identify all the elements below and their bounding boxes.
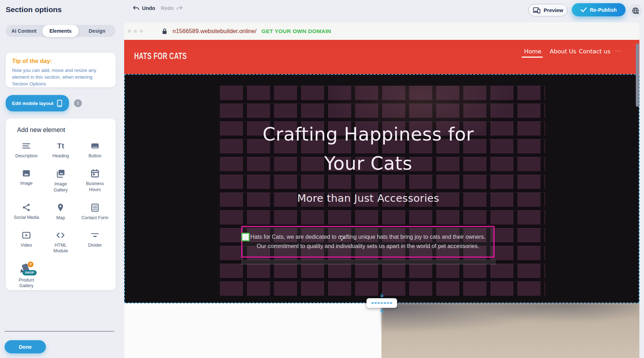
image-icon <box>21 169 31 178</box>
site-preview-canvas: HATS FOR CATS Home About Us Contact us ·… <box>124 40 639 358</box>
hero-section-selected[interactable]: Crafting Happiness for Your Cats More th… <box>124 74 639 303</box>
shop-badge: SHOP <box>22 270 37 275</box>
element-item-heading[interactable]: Tt Heading <box>43 140 78 159</box>
image-gallery-icon <box>55 169 66 179</box>
tip-body: Now you can add, move and resize any ele… <box>12 67 109 88</box>
undo-icon <box>132 5 139 11</box>
sidebar-tab-bar: AI Content Elements Design <box>6 25 115 37</box>
resize-dash-line <box>371 302 392 304</box>
element-item-description[interactable]: Description <box>9 140 43 159</box>
site-url: n1566589.websitebuilder.online/ <box>173 28 257 35</box>
preview-button[interactable]: Preview <box>528 4 568 16</box>
window-dots <box>128 30 143 33</box>
sidebar-divider <box>5 331 114 332</box>
arrow-up-icon <box>380 309 384 314</box>
html-module-icon <box>55 231 66 240</box>
lock-icon <box>162 28 168 35</box>
tip-of-the-day-card: Tip of the day: Now you can add, move an… <box>6 53 116 87</box>
element-ghost-band <box>241 259 496 265</box>
divider-icon <box>90 231 100 240</box>
element-grid: Description Tt Heading Button Image Imag… <box>9 140 112 289</box>
element-item-image[interactable]: Image <box>9 167 43 193</box>
preview-label: Preview <box>544 7 563 13</box>
element-item-map[interactable]: Map <box>43 201 78 221</box>
check-icon <box>581 7 587 12</box>
done-button[interactable]: Done <box>5 340 46 353</box>
browser-chrome-bar: n1566589.websitebuilder.online/ GET YOUR… <box>124 22 639 40</box>
element-item-contact-form[interactable]: Contact Form <box>78 201 112 221</box>
heading-icon: Tt <box>57 141 64 151</box>
edit-mobile-layout-button[interactable]: Edit mobile layout <box>6 95 69 111</box>
element-drag-handle[interactable] <box>241 233 250 241</box>
button-icon <box>90 141 100 151</box>
page-title: Section options <box>6 5 62 14</box>
element-item-product-gallery[interactable]: SHOP Product Gallery <box>9 263 43 289</box>
next-section-blank[interactable] <box>124 303 381 358</box>
mouse-cursor <box>340 236 345 242</box>
site-logo[interactable]: HATS FOR CATS <box>134 51 187 61</box>
element-item-html-module[interactable]: HTML Module <box>43 229 78 254</box>
element-item-social-media[interactable]: Social Media <box>9 201 43 221</box>
get-own-domain-link[interactable]: GET YOUR OWN DOMAIN <box>262 28 331 35</box>
nav-more-button[interactable]: ··· <box>615 47 622 53</box>
selected-paragraph-element[interactable]: Hats for Cats, we are dedicated to craft… <box>241 226 495 258</box>
done-label: Done <box>19 344 32 350</box>
devices-icon <box>533 7 540 14</box>
redo-icon <box>176 5 183 11</box>
globe-icon <box>632 7 640 15</box>
hero-heading[interactable]: Crafting Happiness for Your Cats <box>125 120 612 178</box>
social-media-icon <box>21 203 31 212</box>
nav-item-home[interactable]: Home <box>524 48 542 55</box>
hero-paragraph: Hats for Cats, we are dedicated to craft… <box>242 227 493 251</box>
undo-button[interactable]: Undo <box>132 5 155 11</box>
undo-label: Undo <box>142 5 155 11</box>
contact-form-icon <box>90 203 100 212</box>
video-icon <box>21 231 32 240</box>
description-icon <box>21 141 31 151</box>
nav-active-underline <box>522 57 543 58</box>
canvas-scrollbar-thumb[interactable] <box>636 43 639 107</box>
next-section-floor-image[interactable] <box>381 303 639 358</box>
business-hours-icon <box>90 169 100 178</box>
add-element-panel: Add new element Description Tt Heading B… <box>6 119 116 290</box>
tab-ai-content[interactable]: AI Content <box>6 25 42 37</box>
element-item-button[interactable]: Button <box>78 140 112 159</box>
language-button[interactable] <box>629 4 642 17</box>
element-item-divider[interactable]: Divider <box>78 229 112 254</box>
site-header: HATS FOR CATS Home About Us Contact us ·… <box>124 40 639 74</box>
tab-elements[interactable]: Elements <box>42 25 79 37</box>
map-pin-icon <box>56 203 65 212</box>
add-element-heading: Add new element <box>17 126 65 134</box>
element-item-image-gallery[interactable]: Image Gallery <box>43 167 78 193</box>
tip-title: Tip of the day: <box>12 58 109 64</box>
republish-label: Re-Publish <box>590 7 617 13</box>
info-icon[interactable]: i <box>74 99 82 107</box>
nav-item-about[interactable]: About Us <box>550 48 576 55</box>
section-resize-handle[interactable] <box>366 293 397 313</box>
element-item-video[interactable]: Video <box>9 229 43 254</box>
nav-item-contact[interactable]: Contact us <box>579 48 611 55</box>
republish-button[interactable]: Re-Publish <box>572 3 625 16</box>
element-item-business-hours[interactable]: Business Hours <box>78 167 112 193</box>
arrow-down-icon <box>380 293 384 298</box>
redo-label: Redo <box>161 5 174 11</box>
edit-mobile-layout-label: Edit mobile layout <box>12 101 53 106</box>
tab-design[interactable]: Design <box>79 25 115 37</box>
phone-icon <box>57 100 63 107</box>
hero-subheading[interactable]: More than Just Accessories <box>125 192 612 204</box>
product-gallery-icon: SHOP <box>20 264 33 275</box>
upgrade-arrow-badge <box>28 262 33 267</box>
redo-button[interactable]: Redo <box>161 5 183 11</box>
